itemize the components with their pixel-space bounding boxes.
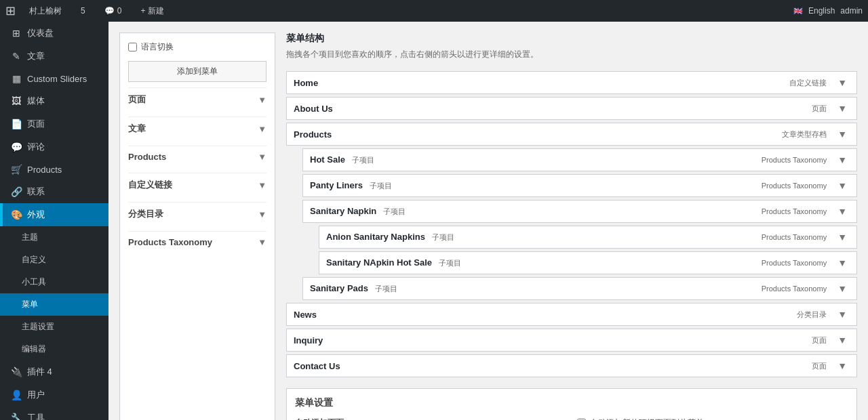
menu-item-sanitary-napkin-header[interactable]: Sanitary Napkin 子项目 Products Taxonomy ▼ [303, 201, 856, 222]
sidebar-item-custom-sliders[interactable]: ▦ Custom Sliders [0, 68, 108, 89]
menu-item-sanitary-napkin-hot-sale-header[interactable]: Sanitary NApkin Hot Sale 子项目 Products Ta… [319, 252, 856, 274]
admin-bar: ⊞ 村上榆树 5 💬 0 + 新建 🇬🇧 English admin [0, 0, 868, 22]
custom-sliders-icon: ▦ [11, 73, 22, 84]
menu-item-news-arrow[interactable]: ▼ [835, 309, 850, 320]
language-flag: 🇬🇧 [793, 7, 803, 16]
menu-item-contact-us-type: 页面 [812, 361, 827, 371]
menu-item-sanitary-napkin-hot-sale-name: Sanitary NApkin Hot Sale [326, 257, 432, 268]
menu-item-sanitary-pads-name: Sanitary Pads [310, 283, 368, 293]
sidebar-label-menus: 菜单 [22, 299, 38, 310]
add-to-menu-button[interactable]: 添加到菜单 [128, 61, 267, 82]
sidebar-item-appearance[interactable]: 🎨 外观 [0, 203, 108, 226]
menu-item-contact-us: Contact Us 页面 ▼ [286, 354, 857, 377]
menu-item-sanitary-pads-header[interactable]: Sanitary Pads 子项目 Products Taxonomy ▼ [303, 278, 856, 299]
menu-source-panel: 语言切换 添加到菜单 页面 ▼ 文章 ▼ P [119, 33, 275, 420]
pages-icon: 📄 [11, 119, 22, 129]
menu-item-contact-us-arrow[interactable]: ▼ [835, 360, 850, 371]
menu-item-panty-liners-arrow[interactable]: ▼ [835, 180, 850, 191]
users-icon: 👤 [11, 390, 22, 400]
menu-item-inquiry: Inquiry 页面 ▼ [286, 329, 857, 352]
sidebar-label-pages: 页面 [27, 118, 45, 130]
menu-item-products-header[interactable]: Products 文章类型存档 ▼ [287, 123, 856, 145]
source-products-toggle-icon: ▼ [258, 152, 267, 162]
source-custom-links[interactable]: 自定义链接 ▼ [128, 173, 267, 196]
sidebar-item-menus[interactable]: 菜单 [0, 293, 108, 316]
menu-item-sanitary-pads-arrow[interactable]: ▼ [835, 283, 850, 294]
source-pages-toggle-icon: ▼ [258, 95, 267, 105]
menu-item-inquiry-arrow[interactable]: ▼ [835, 335, 850, 345]
menu-item-sanitary-napkin-hot-sale-arrow[interactable]: ▼ [835, 257, 850, 268]
admin-user[interactable]: admin [840, 6, 863, 16]
menu-item-sanitary-napkin-name: Sanitary Napkin [310, 206, 376, 216]
sidebar-label-media: 媒体 [27, 95, 45, 107]
sidebar-label-plugins: 插件 4 [27, 366, 52, 378]
menu-item-anion-header[interactable]: Anion Sanitary Napkins 子项目 Products Taxo… [319, 226, 856, 248]
menu-structure-panel: 菜单结构 拖拽各个项目到您喜欢的顺序，点击右侧的箭头以进行更详细的设置。 Hom… [286, 33, 857, 420]
menu-item-inquiry-type: 页面 [812, 335, 827, 345]
source-categories-toggle-icon: ▼ [258, 209, 267, 219]
sidebar-item-widgets[interactable]: 小工具 [0, 271, 108, 293]
menu-item-panty-liners-header[interactable]: Panty Liners 子项目 Products Taxonomy ▼ [303, 175, 856, 196]
menu-item-anion-badge: 子项目 [432, 233, 454, 241]
menu-item-home-arrow[interactable]: ▼ [835, 77, 850, 88]
sidebar-item-customize[interactable]: 自定义 [0, 249, 108, 271]
sidebar-label-comments: 评论 [27, 141, 45, 153]
sidebar-item-dashboard[interactable]: ⊞ 仪表盘 [0, 22, 108, 45]
menu-item-about-us-header[interactable]: About Us 页面 ▼ [287, 98, 856, 119]
source-products-taxonomy-toggle-icon: ▼ [258, 237, 267, 247]
lang-toggle-label: 语言切换 [141, 41, 174, 53]
sidebar-item-posts[interactable]: ✎ 文章 [0, 45, 108, 68]
wp-logo-icon[interactable]: ⊞ [5, 3, 16, 18]
menu-item-news-header[interactable]: News 分类目录 ▼ [287, 303, 856, 325]
sidebar-item-pages[interactable]: 📄 页面 [0, 112, 108, 135]
sidebar-item-themes[interactable]: 主题 [0, 226, 108, 249]
menu-item-products-name: Products [294, 129, 332, 140]
sidebar-label-links: 联系 [27, 186, 45, 198]
sidebar-item-theme-settings[interactable]: 主题设置 [0, 316, 108, 338]
comments-count[interactable]: 💬 0 [99, 6, 127, 16]
sidebar-item-editor[interactable]: 编辑器 [0, 338, 108, 360]
dashboard-icon: ⊞ [11, 28, 22, 39]
sidebar-item-links[interactable]: 🔗 联系 [0, 180, 108, 203]
lang-toggle-checkbox[interactable] [128, 43, 137, 51]
menu-item-home-header[interactable]: Home 自定义链接 ▼ [287, 72, 856, 93]
menu-item-hot-sale-type: Products Taxonomy [762, 156, 827, 164]
source-posts-label: 文章 [128, 123, 146, 135]
sidebar-item-users[interactable]: 👤 用户 [0, 383, 108, 406]
menu-item-hot-sale-arrow[interactable]: ▼ [835, 154, 850, 165]
menu-item-inquiry-name: Inquiry [294, 335, 323, 345]
source-posts[interactable]: 文章 ▼ [128, 117, 267, 140]
source-products[interactable]: Products ▼ [128, 146, 267, 167]
products-icon: 🛒 [11, 164, 22, 175]
source-pages[interactable]: 页面 ▼ [128, 88, 267, 111]
menu-item-anion-arrow[interactable]: ▼ [835, 232, 850, 243]
site-name[interactable]: 村上榆树 [24, 5, 67, 17]
language-label[interactable]: English [808, 6, 835, 16]
menu-item-hot-sale: Hot Sale 子项目 Products Taxonomy ▼ [302, 148, 857, 171]
sidebar-label-products: Products [27, 165, 62, 175]
source-categories[interactable]: 分类目录 ▼ [128, 203, 267, 226]
menu-item-about-us-arrow[interactable]: ▼ [835, 103, 850, 114]
menu-item-anion-type: Products Taxonomy [762, 233, 827, 241]
main-content: 语言切换 添加到菜单 页面 ▼ 文章 ▼ P [108, 22, 868, 420]
source-products-taxonomy[interactable]: Products Taxonomy ▼ [128, 232, 267, 253]
sidebar-item-plugins[interactable]: 🔌 插件 4 [0, 360, 108, 383]
sidebar-label-customize: 自定义 [22, 254, 46, 266]
sidebar-item-media[interactable]: 🖼 媒体 [0, 89, 108, 112]
menu-item-inquiry-header[interactable]: Inquiry 页面 ▼ [287, 329, 856, 351]
menu-item-news: News 分类目录 ▼ [286, 303, 857, 326]
sidebar-item-products[interactable]: 🛒 Products [0, 159, 108, 180]
new-content-button[interactable]: + 新建 [135, 5, 169, 17]
sidebar-item-tools[interactable]: 🔧 工具 [0, 406, 108, 420]
menu-item-products-type: 文章类型存档 [782, 129, 827, 140]
updates-count[interactable]: 5 [75, 6, 91, 16]
menu-item-contact-us-header[interactable]: Contact Us 页面 ▼ [287, 355, 856, 377]
menu-item-products-arrow[interactable]: ▼ [835, 129, 850, 140]
sidebar-label-theme-settings: 主题设置 [22, 321, 54, 333]
menu-item-anion: Anion Sanitary Napkins 子项目 Products Taxo… [319, 226, 857, 249]
menu-item-hot-sale-header[interactable]: Hot Sale 子项目 Products Taxonomy ▼ [303, 149, 856, 171]
sidebar-item-comments[interactable]: 💬 评论 [0, 135, 108, 159]
auto-add-label: 自动添加页面 [295, 417, 566, 420]
menu-item-sanitary-napkin-arrow[interactable]: ▼ [835, 206, 850, 217]
sidebar-label-appearance: 外观 [27, 209, 45, 221]
